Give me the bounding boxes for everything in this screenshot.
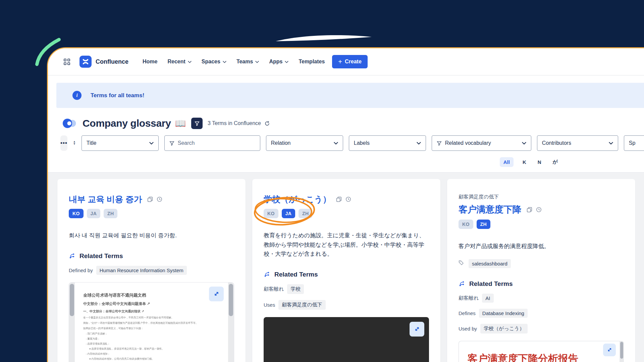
badge-ko[interactable]: KO	[69, 209, 84, 218]
top-navbar: Confluence Home Recent Spaces Teams Apps…	[48, 48, 644, 75]
alphabet-item-k[interactable]: K	[520, 157, 529, 167]
badge-ja[interactable]: JA	[282, 209, 296, 218]
confluence-window: Confluence Home Recent Spaces Teams Apps…	[47, 47, 644, 362]
term-title[interactable]: 내부 교육 비용 증가	[69, 194, 142, 205]
alphabet-item-n[interactable]: N	[535, 157, 544, 167]
expand-preview-button[interactable]	[209, 287, 224, 301]
expand-icon	[414, 326, 420, 332]
main-menu: Home Recent Spaces Teams Apps Templates	[143, 59, 325, 65]
label-chip[interactable]: salesdashboard	[469, 259, 511, 268]
nav-item-templates[interactable]: Templates	[299, 59, 325, 65]
chevron-down-icon	[609, 142, 613, 145]
labels-select[interactable]: Labels	[349, 135, 426, 151]
spaces-select[interactable]: Sp	[624, 135, 644, 151]
page-title: Company glossary	[83, 118, 171, 129]
branch-icon	[459, 281, 465, 287]
funnel-icon	[195, 121, 200, 126]
term-preview-report[interactable]: 客户满意度下降分析报告	[459, 341, 624, 362]
glossary-card-customer-satisfaction: 顧客満足度の低下 客户满意度下降 KO ZH 客户对产品或服务的满意程度降低。 …	[447, 179, 635, 362]
create-button[interactable]: + Create	[332, 55, 368, 68]
relation-chip[interactable]: Database Indexing	[479, 309, 528, 318]
language-badges: KO ZH	[459, 220, 624, 229]
badge-zh[interactable]: ZH	[104, 209, 117, 218]
refresh-button[interactable]	[264, 121, 270, 126]
chevron-down-icon	[285, 61, 288, 63]
funnel-icon	[169, 141, 174, 146]
badge-ko[interactable]: KO	[459, 220, 473, 229]
chevron-down-icon	[149, 142, 154, 145]
term-preview-document[interactable]: 全球公司术语与语言不通问题文档 中文部分：全球公司中文沟通问题清单 ↗ 一、中文…	[69, 282, 234, 362]
copy-icon[interactable]	[147, 196, 153, 202]
confluence-logo-icon[interactable]	[79, 56, 92, 68]
expand-icon	[214, 291, 219, 297]
relation-chip[interactable]: Human Resource Information System	[96, 266, 187, 275]
search-box[interactable]	[164, 135, 260, 151]
nav-item-recent[interactable]: Recent	[167, 59, 191, 65]
related-terms-heading: Related Terms	[79, 252, 123, 260]
term-subtitle: 顧客満足度の低下	[459, 194, 624, 200]
related-vocabulary-select[interactable]: Related vocabulary	[432, 135, 531, 151]
clock-icon[interactable]	[157, 196, 162, 202]
glossary-logo-icon	[62, 118, 76, 129]
glossary-cards-area: 내부 교육 비용 증가 KO JA ZH 회사 내 직원 교육에 필요한 비용이…	[48, 172, 644, 362]
nav-item-teams[interactable]: Teams	[236, 59, 259, 65]
nav-item-spaces[interactable]: Spaces	[202, 59, 226, 65]
plus-icon: +	[338, 58, 342, 65]
info-banner: i Terms for all teams!	[56, 83, 644, 108]
badge-ko[interactable]: KO	[264, 209, 278, 218]
term-description: 客户对产品或服务的满意程度降低。	[459, 242, 624, 251]
alphabet-item-ga[interactable]: が	[550, 157, 560, 167]
chevron-down-icon	[223, 61, 226, 63]
expand-preview-button[interactable]	[603, 344, 616, 356]
relation-label: Defines	[459, 310, 476, 316]
page-header: Company glossary 📖 3 Terms in Confluence	[48, 116, 644, 131]
clock-icon[interactable]	[345, 196, 351, 202]
filter-button[interactable]	[191, 118, 203, 129]
chevron-down-icon	[334, 142, 338, 145]
copy-icon[interactable]	[526, 206, 533, 213]
search-input[interactable]	[178, 140, 255, 146]
relation-chip[interactable]: 学校	[287, 284, 304, 294]
language-badges: KO JA ZH	[69, 209, 234, 218]
badge-ja[interactable]: JA	[87, 209, 101, 218]
branch-icon	[69, 253, 75, 259]
funnel-icon	[437, 141, 442, 146]
clock-icon[interactable]	[536, 207, 542, 213]
glossary-card-school: 学校（がっこう） KO JA ZH 教育を行うための施設。主に児童・生徒・学生な…	[252, 179, 440, 362]
term-title[interactable]: 学校（がっこう）	[264, 194, 331, 205]
relation-select[interactable]: Relation	[266, 135, 343, 151]
language-badges: KO JA ZH	[264, 209, 429, 218]
relation-label: 顧客離れ	[459, 295, 479, 301]
term-description: 教育を行うための施設。主に児童・生徒・学生などが集まり、教師から学問や技能などを…	[264, 231, 429, 259]
sort-order-icon[interactable]: ▲▼	[73, 141, 76, 145]
relation-chip[interactable]: 顧客満足度の低下	[278, 300, 325, 310]
nav-item-home[interactable]: Home	[143, 59, 157, 65]
relation-label: 顧客離れ	[264, 286, 284, 292]
badge-zh[interactable]: ZH	[299, 209, 312, 218]
brand-name: Confluence	[96, 58, 128, 65]
glossary-card-internal-training-cost: 내부 교육 비용 증가 KO JA ZH 회사 내 직원 교육에 필요한 비용이…	[57, 179, 246, 362]
term-preview-dark[interactable]	[264, 317, 429, 362]
chevron-down-icon	[522, 142, 526, 145]
banner-message: Terms for all teams!	[91, 92, 144, 99]
relation-chip[interactable]: AI	[482, 294, 493, 303]
copy-icon[interactable]	[336, 196, 342, 202]
expand-icon	[607, 347, 612, 352]
more-options-button[interactable]: •••	[60, 135, 67, 151]
filter-bar: ••• ▲▼ Title Relation Labels Related voc…	[48, 135, 644, 151]
nav-item-apps[interactable]: Apps	[269, 59, 288, 65]
sort-field-select[interactable]: Title	[82, 135, 159, 151]
app-switcher-icon[interactable]	[64, 59, 70, 65]
preview-scrollbar-right[interactable]	[620, 341, 624, 362]
relation-label: Defined by	[69, 267, 93, 273]
alphabet-item-all[interactable]: All	[500, 157, 514, 167]
book-emoji-icon: 📖	[175, 118, 186, 129]
chevron-down-icon	[417, 142, 421, 145]
relation-chip[interactable]: 学校（がっこう）	[480, 324, 528, 334]
contributors-select[interactable]: Contributors	[537, 135, 618, 151]
chevron-down-icon	[255, 61, 259, 63]
expand-preview-button[interactable]	[410, 322, 424, 337]
branch-icon	[264, 271, 270, 278]
badge-zh[interactable]: ZH	[477, 220, 490, 229]
term-title[interactable]: 客户满意度下降	[459, 203, 522, 216]
